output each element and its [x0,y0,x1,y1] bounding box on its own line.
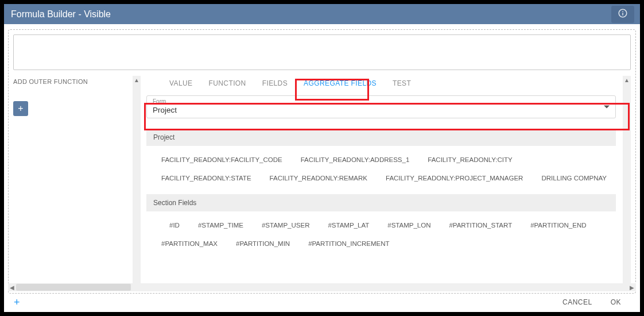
scroll-thumb[interactable] [16,284,131,291]
group-project-fields: FACILITY_READONLY:FACILITY_CODE FACILITY… [146,146,631,187]
title-bar: Formula Builder - Visible [4,4,640,24]
left-pane: ADD OUTER FUNCTION + ▲ ▼ [13,76,141,288]
info-icon [618,8,628,21]
scroll-left-icon[interactable]: ◀ [8,283,16,291]
field-chip[interactable]: #PARTITION_INCREMENT [299,234,398,253]
field-chip[interactable]: #PARTITION_START [440,216,521,234]
tab-aggregate-fields[interactable]: AGGREGATE FIELDS [304,79,377,87]
scroll-up-icon[interactable]: ▲ [623,76,631,84]
app-frame: Formula Builder - Visible ADD OUTER FUNC… [4,4,640,312]
scroll-up-icon[interactable]: ▲ [133,76,141,84]
form-select-label: Form [153,98,610,105]
field-chip[interactable]: #STAMP_USER [253,216,319,234]
field-chip[interactable]: #STAMP_TIME [189,216,253,234]
tab-bar: VALUE FUNCTION FIELDS AGGREGATE FIELDS T… [146,76,631,93]
tab-fields[interactable]: FIELDS [262,79,288,87]
ok-button[interactable]: OK [602,295,630,310]
scroll-right-icon[interactable]: ▶ [628,283,636,291]
right-scrollbar[interactable]: ▲ ▼ [623,76,631,288]
builder-panel: ADD OUTER FUNCTION + ▲ ▼ VALUE FUNCTION … [8,29,636,294]
plus-icon: + [18,103,23,114]
field-chip[interactable]: FACILITY_READONLY:PROJECT_MANAGER [377,169,532,187]
field-chip[interactable]: FACILITY_READONLY:STATE [152,169,261,187]
field-chip[interactable]: #ID [152,216,189,234]
field-chip[interactable]: #PARTITION_MAX [152,234,227,253]
field-chip[interactable]: #STAMP_LON [378,216,440,234]
group-header-project: Project [146,129,616,146]
dialog-title: Formula Builder - Visible [11,9,111,20]
field-chip[interactable]: #PARTITION_END [521,216,595,234]
group-section-fields: #ID #STAMP_TIME #STAMP_USER #STAMP_LAT #… [146,211,631,253]
field-chip[interactable]: DRILLING COMPNAY [532,169,616,187]
footer-add-button[interactable]: + [14,296,20,309]
tab-test[interactable]: TEST [393,79,411,87]
right-pane: VALUE FUNCTION FIELDS AGGREGATE FIELDS T… [141,76,631,288]
horizontal-scrollbar[interactable]: ◀ ▶ [8,283,636,291]
field-chip[interactable]: FACILITY_READONLY:FACILITY_CODE [152,151,292,169]
field-chip[interactable]: FACILITY_READONLY:ADDRESS_1 [292,151,419,169]
tab-function[interactable]: FUNCTION [208,79,246,87]
left-scrollbar[interactable]: ▲ ▼ [133,76,141,288]
form-select-value: Project [153,105,610,114]
field-chip[interactable]: FACILITY_READONLY:REMARK [261,169,377,187]
field-chip[interactable]: FACILITY_READONLY:CITY [418,151,521,169]
field-chip[interactable]: #STAMP_LAT [319,216,378,234]
mid-section: ADD OUTER FUNCTION + ▲ ▼ VALUE FUNCTION … [13,76,631,288]
footer: + CANCEL OK [8,292,636,312]
info-button[interactable] [611,6,634,23]
tab-value[interactable]: VALUE [169,79,192,87]
add-function-button[interactable]: + [13,101,28,116]
group-header-section-fields: Section Fields [146,194,616,211]
cancel-button[interactable]: CANCEL [553,295,602,310]
chevron-down-icon [604,106,610,109]
formula-input[interactable] [13,34,631,70]
form-select[interactable]: Form Project [146,95,616,118]
field-chip[interactable]: #PARTITION_MIN [227,234,299,253]
add-outer-function-label: ADD OUTER FUNCTION [13,76,141,85]
